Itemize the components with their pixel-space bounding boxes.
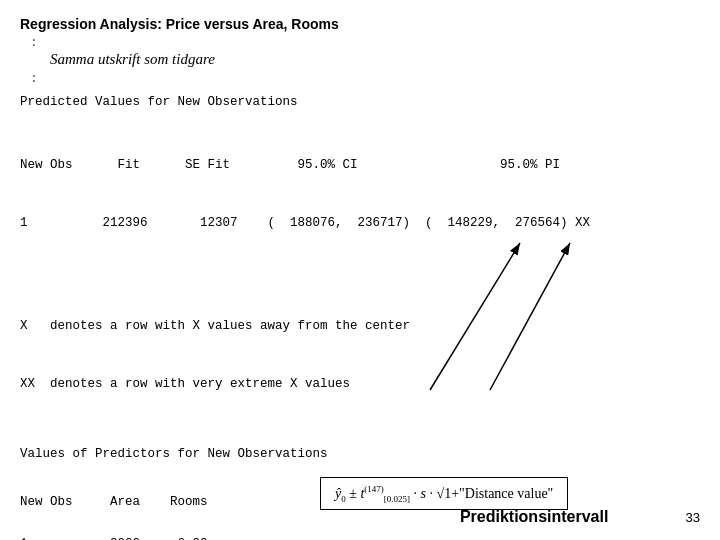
table-data-row: 1 212396 12307 ( 188076, 236717) ( 14822… — [20, 214, 700, 233]
page-number: 33 — [686, 510, 700, 525]
formula-box: ŷ0 ± t(147)[0.025] · s · √1+"Distance va… — [320, 477, 568, 510]
dots-1: : — [30, 34, 700, 49]
footer-label: Prediktionsintervall — [383, 508, 686, 526]
page-title: Regression Analysis: Price versus Area, … — [20, 16, 700, 32]
dots-2: : — [30, 70, 700, 85]
x-note: X denotes a row with X values away from … — [20, 317, 700, 336]
table-header-row: New Obs Fit SE Fit 95.0% CI 95.0% PI — [20, 156, 700, 175]
pred-table-header: New Obs Area Rooms — [20, 495, 300, 509]
values-header: Values of Predictors for New Observation… — [20, 447, 700, 461]
xx-note: XX denotes a row with very extreme X val… — [20, 375, 700, 394]
predicted-header: Predicted Values for New Observations — [20, 95, 700, 109]
formula-text: ŷ0 ± t(147)[0.025] · s · √1+"Distance va… — [335, 486, 553, 501]
subtitle: Samma utskrift som tidgare — [50, 51, 700, 68]
